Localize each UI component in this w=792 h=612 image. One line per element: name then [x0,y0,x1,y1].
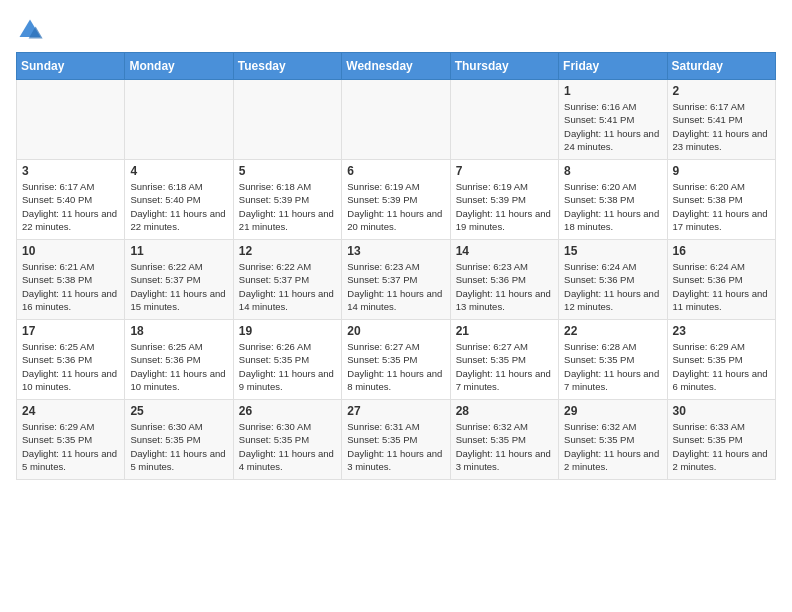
day-info: Sunrise: 6:32 AM Sunset: 5:35 PM Dayligh… [456,420,553,473]
day-cell: 10Sunrise: 6:21 AM Sunset: 5:38 PM Dayli… [17,240,125,320]
day-number: 1 [564,84,661,98]
day-number: 13 [347,244,444,258]
day-number: 16 [673,244,770,258]
day-info: Sunrise: 6:18 AM Sunset: 5:40 PM Dayligh… [130,180,227,233]
logo-icon [16,16,44,44]
day-cell [17,80,125,160]
day-cell [342,80,450,160]
day-number: 23 [673,324,770,338]
day-cell: 1Sunrise: 6:16 AM Sunset: 5:41 PM Daylig… [559,80,667,160]
day-cell: 12Sunrise: 6:22 AM Sunset: 5:37 PM Dayli… [233,240,341,320]
day-info: Sunrise: 6:33 AM Sunset: 5:35 PM Dayligh… [673,420,770,473]
day-number: 14 [456,244,553,258]
day-info: Sunrise: 6:20 AM Sunset: 5:38 PM Dayligh… [673,180,770,233]
day-number: 17 [22,324,119,338]
day-cell: 11Sunrise: 6:22 AM Sunset: 5:37 PM Dayli… [125,240,233,320]
header-row: SundayMondayTuesdayWednesdayThursdayFrid… [17,53,776,80]
day-number: 21 [456,324,553,338]
day-info: Sunrise: 6:23 AM Sunset: 5:37 PM Dayligh… [347,260,444,313]
day-cell: 7Sunrise: 6:19 AM Sunset: 5:39 PM Daylig… [450,160,558,240]
week-row-3: 10Sunrise: 6:21 AM Sunset: 5:38 PM Dayli… [17,240,776,320]
day-cell: 20Sunrise: 6:27 AM Sunset: 5:35 PM Dayli… [342,320,450,400]
day-cell: 24Sunrise: 6:29 AM Sunset: 5:35 PM Dayli… [17,400,125,480]
header-cell-sunday: Sunday [17,53,125,80]
day-number: 24 [22,404,119,418]
day-info: Sunrise: 6:27 AM Sunset: 5:35 PM Dayligh… [347,340,444,393]
day-number: 12 [239,244,336,258]
day-cell: 27Sunrise: 6:31 AM Sunset: 5:35 PM Dayli… [342,400,450,480]
day-number: 22 [564,324,661,338]
day-number: 3 [22,164,119,178]
day-cell: 21Sunrise: 6:27 AM Sunset: 5:35 PM Dayli… [450,320,558,400]
week-row-4: 17Sunrise: 6:25 AM Sunset: 5:36 PM Dayli… [17,320,776,400]
day-cell [450,80,558,160]
day-cell: 17Sunrise: 6:25 AM Sunset: 5:36 PM Dayli… [17,320,125,400]
week-row-2: 3Sunrise: 6:17 AM Sunset: 5:40 PM Daylig… [17,160,776,240]
day-number: 15 [564,244,661,258]
day-cell: 15Sunrise: 6:24 AM Sunset: 5:36 PM Dayli… [559,240,667,320]
calendar-table: SundayMondayTuesdayWednesdayThursdayFrid… [16,52,776,480]
day-cell: 5Sunrise: 6:18 AM Sunset: 5:39 PM Daylig… [233,160,341,240]
header-cell-saturday: Saturday [667,53,775,80]
day-info: Sunrise: 6:25 AM Sunset: 5:36 PM Dayligh… [130,340,227,393]
header-cell-tuesday: Tuesday [233,53,341,80]
day-cell: 8Sunrise: 6:20 AM Sunset: 5:38 PM Daylig… [559,160,667,240]
day-info: Sunrise: 6:22 AM Sunset: 5:37 PM Dayligh… [130,260,227,313]
day-number: 2 [673,84,770,98]
logo [16,16,48,44]
day-cell: 9Sunrise: 6:20 AM Sunset: 5:38 PM Daylig… [667,160,775,240]
day-number: 7 [456,164,553,178]
week-row-1: 1Sunrise: 6:16 AM Sunset: 5:41 PM Daylig… [17,80,776,160]
day-info: Sunrise: 6:27 AM Sunset: 5:35 PM Dayligh… [456,340,553,393]
header-cell-monday: Monday [125,53,233,80]
day-cell: 4Sunrise: 6:18 AM Sunset: 5:40 PM Daylig… [125,160,233,240]
day-cell [125,80,233,160]
calendar-header: SundayMondayTuesdayWednesdayThursdayFrid… [17,53,776,80]
day-cell: 22Sunrise: 6:28 AM Sunset: 5:35 PM Dayli… [559,320,667,400]
day-info: Sunrise: 6:30 AM Sunset: 5:35 PM Dayligh… [239,420,336,473]
day-cell: 13Sunrise: 6:23 AM Sunset: 5:37 PM Dayli… [342,240,450,320]
day-info: Sunrise: 6:30 AM Sunset: 5:35 PM Dayligh… [130,420,227,473]
day-cell: 30Sunrise: 6:33 AM Sunset: 5:35 PM Dayli… [667,400,775,480]
header-cell-wednesday: Wednesday [342,53,450,80]
day-info: Sunrise: 6:18 AM Sunset: 5:39 PM Dayligh… [239,180,336,233]
day-info: Sunrise: 6:17 AM Sunset: 5:40 PM Dayligh… [22,180,119,233]
day-number: 5 [239,164,336,178]
day-info: Sunrise: 6:31 AM Sunset: 5:35 PM Dayligh… [347,420,444,473]
day-number: 8 [564,164,661,178]
day-cell: 6Sunrise: 6:19 AM Sunset: 5:39 PM Daylig… [342,160,450,240]
day-info: Sunrise: 6:19 AM Sunset: 5:39 PM Dayligh… [347,180,444,233]
day-number: 11 [130,244,227,258]
day-cell: 25Sunrise: 6:30 AM Sunset: 5:35 PM Dayli… [125,400,233,480]
day-info: Sunrise: 6:25 AM Sunset: 5:36 PM Dayligh… [22,340,119,393]
day-info: Sunrise: 6:29 AM Sunset: 5:35 PM Dayligh… [22,420,119,473]
day-info: Sunrise: 6:28 AM Sunset: 5:35 PM Dayligh… [564,340,661,393]
day-info: Sunrise: 6:23 AM Sunset: 5:36 PM Dayligh… [456,260,553,313]
day-info: Sunrise: 6:32 AM Sunset: 5:35 PM Dayligh… [564,420,661,473]
day-cell: 23Sunrise: 6:29 AM Sunset: 5:35 PM Dayli… [667,320,775,400]
day-number: 10 [22,244,119,258]
day-cell: 14Sunrise: 6:23 AM Sunset: 5:36 PM Dayli… [450,240,558,320]
day-cell: 26Sunrise: 6:30 AM Sunset: 5:35 PM Dayli… [233,400,341,480]
day-number: 26 [239,404,336,418]
day-cell: 19Sunrise: 6:26 AM Sunset: 5:35 PM Dayli… [233,320,341,400]
day-cell: 3Sunrise: 6:17 AM Sunset: 5:40 PM Daylig… [17,160,125,240]
day-cell: 28Sunrise: 6:32 AM Sunset: 5:35 PM Dayli… [450,400,558,480]
day-info: Sunrise: 6:22 AM Sunset: 5:37 PM Dayligh… [239,260,336,313]
day-info: Sunrise: 6:16 AM Sunset: 5:41 PM Dayligh… [564,100,661,153]
day-number: 4 [130,164,227,178]
day-info: Sunrise: 6:21 AM Sunset: 5:38 PM Dayligh… [22,260,119,313]
day-cell: 16Sunrise: 6:24 AM Sunset: 5:36 PM Dayli… [667,240,775,320]
day-cell [233,80,341,160]
day-number: 27 [347,404,444,418]
header-cell-thursday: Thursday [450,53,558,80]
day-info: Sunrise: 6:20 AM Sunset: 5:38 PM Dayligh… [564,180,661,233]
day-number: 28 [456,404,553,418]
day-info: Sunrise: 6:19 AM Sunset: 5:39 PM Dayligh… [456,180,553,233]
day-number: 20 [347,324,444,338]
day-info: Sunrise: 6:24 AM Sunset: 5:36 PM Dayligh… [564,260,661,313]
day-number: 19 [239,324,336,338]
day-info: Sunrise: 6:29 AM Sunset: 5:35 PM Dayligh… [673,340,770,393]
header [16,16,776,44]
day-number: 18 [130,324,227,338]
